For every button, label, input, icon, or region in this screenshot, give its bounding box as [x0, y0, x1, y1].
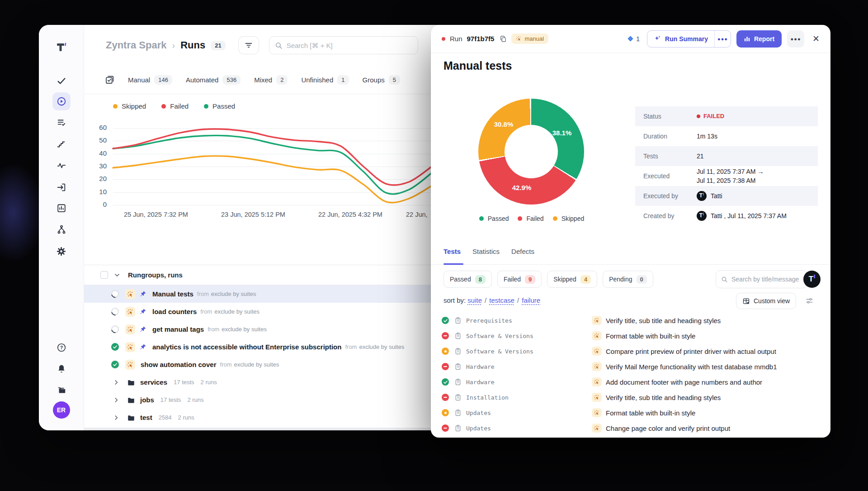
test-row[interactable]: Hardware Verify Mail Merge functionality… — [431, 359, 830, 374]
run-type-tab[interactable]: Unfinished 1 — [301, 75, 349, 85]
import-icon[interactable] — [52, 178, 71, 196]
y-axis-tick: 40 — [84, 149, 107, 157]
drawer-tab-defects[interactable]: Defects — [511, 248, 534, 255]
run-status-icon — [111, 343, 119, 351]
status-filter-pill[interactable]: Pending 0 — [603, 271, 653, 288]
global-search[interactable] — [269, 36, 418, 54]
run-from-value: exclude by suites — [222, 326, 267, 333]
page-title: Runs — [180, 39, 205, 51]
sort-by-label: sort by: — [443, 296, 466, 304]
status-table-row: Status FAILED — [635, 106, 818, 126]
test-status-icon — [442, 332, 449, 339]
pulse-icon[interactable] — [52, 157, 71, 175]
clipboard-icon — [454, 378, 462, 386]
tests-search[interactable] — [716, 270, 807, 288]
clipboard-icon — [454, 317, 462, 324]
test-status-icon — [442, 317, 449, 324]
help-icon[interactable]: ? — [52, 338, 71, 357]
steps-icon[interactable] — [52, 135, 71, 153]
run-status-icon — [110, 289, 121, 300]
test-row[interactable]: Software & Versions Format table with bu… — [431, 328, 830, 343]
pin-icon — [140, 343, 147, 350]
folder-name: test — [140, 414, 152, 421]
screenshot-stage: ? ER Zyntra Spark › Runs 21 — [0, 0, 868, 491]
clipboard-icon — [454, 409, 462, 416]
run-type-tab[interactable]: Automated 536 — [186, 75, 241, 85]
run-type-tab[interactable]: Mixed 2 — [254, 75, 288, 85]
folders-icon[interactable] — [52, 381, 71, 399]
test-row[interactable]: Updates Change page color and verify pri… — [431, 420, 830, 436]
bell-icon[interactable] — [52, 360, 71, 378]
status-row-value: Jul 11, 2025 7:37 AM →Jul 11, 2025 7:38 … — [697, 167, 764, 186]
manual-run-icon — [125, 307, 135, 317]
donut-hole — [505, 125, 558, 178]
tests-search-input[interactable] — [731, 276, 799, 283]
check-icon[interactable] — [52, 72, 71, 90]
bar-chart-icon[interactable] — [52, 199, 71, 217]
test-row[interactable] — [431, 436, 830, 438]
play-circle-icon[interactable] — [52, 92, 71, 110]
tabs-divider — [431, 264, 830, 265]
test-suite-name: Installation — [466, 394, 509, 401]
filter-button[interactable] — [238, 36, 259, 54]
sort-link-suite[interactable]: suite — [467, 296, 482, 304]
report-button[interactable]: Report — [736, 30, 782, 48]
custom-view-button[interactable]: Custom view — [736, 293, 796, 309]
app-logo[interactable] — [52, 38, 71, 57]
chevron-right-icon[interactable] — [113, 379, 119, 386]
run-name: analytics is not accessible without Ente… — [152, 343, 341, 351]
filter-icon — [244, 41, 253, 50]
status-filter-pill[interactable]: Passed 8 — [443, 271, 492, 288]
breadcrumb-brand[interactable]: Zyntra Spark — [106, 39, 167, 51]
folder-runs-count: 2 runs — [201, 379, 217, 386]
test-row[interactable]: Software & Versions Compare print previe… — [431, 343, 830, 359]
chevron-down-icon[interactable] — [113, 272, 121, 279]
test-status-icon — [442, 409, 449, 416]
run-summary-button[interactable]: Run Summary — [647, 31, 714, 47]
test-row[interactable]: Prerequisites Verify title, sub title an… — [431, 313, 830, 328]
run-from-value: exclude by suites — [214, 308, 259, 315]
more-actions-button[interactable]: ●●● — [787, 30, 804, 48]
test-row[interactable]: Hardware Add document footer with page n… — [431, 374, 830, 390]
run-type-tab[interactable]: Groups 5 — [363, 75, 400, 85]
sliders-icon[interactable] — [805, 296, 814, 305]
list-check-icon[interactable] — [52, 114, 71, 132]
donut-failed-pct: 42.9% — [512, 184, 532, 191]
run-from-value: exclude by suites — [211, 291, 256, 297]
branch-icon[interactable] — [52, 220, 71, 238]
select-all-checkbox[interactable] — [100, 271, 108, 279]
status-row-value: 1m 13s — [697, 132, 717, 141]
close-icon[interactable]: ✕ — [812, 33, 820, 44]
search-input[interactable] — [287, 42, 412, 49]
sort-link-failure[interactable]: failure — [522, 296, 540, 304]
test-suite-name: Hardware — [466, 379, 495, 386]
run-summary-split-button: Run Summary ●●● — [647, 30, 731, 48]
gear-icon[interactable] — [52, 242, 71, 260]
test-row[interactable]: Installation Verify title, sub title and… — [431, 390, 830, 405]
copy-icon[interactable] — [500, 35, 507, 43]
chevron-right-icon[interactable] — [113, 397, 119, 403]
sparkles-icon — [654, 35, 661, 43]
status-filter-pill[interactable]: Failed 9 — [497, 271, 542, 288]
donut-passed-pct: 38.1% — [552, 129, 572, 137]
sort-link-testcase[interactable]: testcase — [489, 296, 514, 304]
run-summary-more-button[interactable]: ●●● — [714, 31, 731, 47]
run-name: Manual tests — [152, 290, 193, 298]
user-avatar[interactable]: ER — [53, 401, 70, 419]
chevron-right-icon[interactable] — [113, 415, 119, 421]
run-type-tab[interactable]: Manual 146 — [128, 75, 172, 85]
test-row[interactable]: Updates Format table with built-in style — [431, 405, 830, 420]
y-axis-tick: 10 — [84, 188, 107, 195]
drawer-tab-tests[interactable]: Tests — [443, 248, 461, 255]
assistant-avatar[interactable]: T — [803, 271, 821, 288]
test-suite-name: Hardware — [466, 363, 495, 370]
folder-runs-count: 2 runs — [187, 396, 203, 403]
status-filter-pill[interactable]: Skipped 4 — [547, 271, 597, 288]
select-all-icon[interactable] — [105, 75, 114, 85]
tests-list: Prerequisites Verify title, sub title an… — [431, 313, 830, 438]
run-title: Manual tests — [443, 59, 512, 72]
drawer-tab-statistics[interactable]: Statistics — [472, 248, 500, 255]
manual-run-icon — [592, 331, 602, 340]
pill-count-badge: 0 — [637, 275, 647, 284]
manual-run-icon — [592, 377, 602, 386]
